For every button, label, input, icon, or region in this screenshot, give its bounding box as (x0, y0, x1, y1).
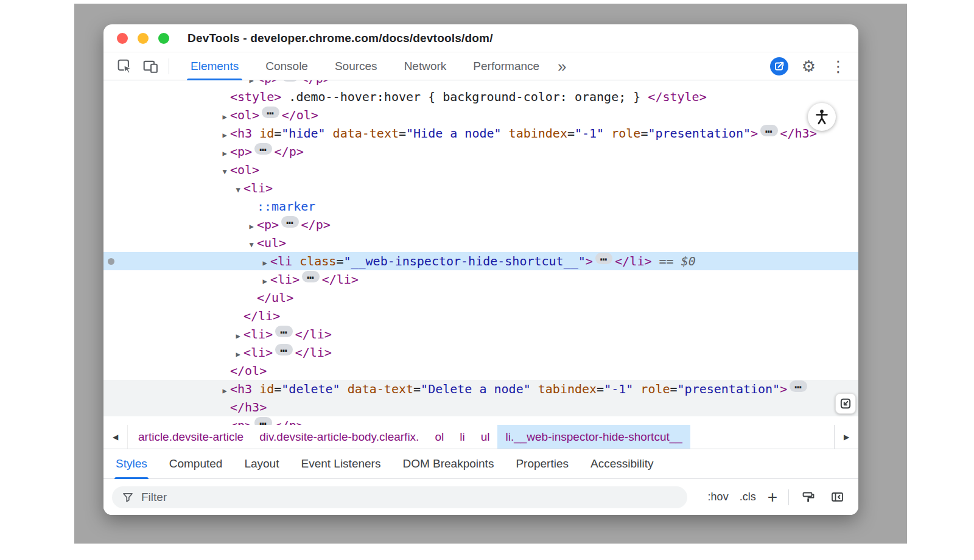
code-token-tag: > (586, 254, 593, 268)
collapsed-content-pill[interactable]: … (302, 271, 319, 282)
sidebar-tab-event-listeners[interactable]: Event Listeners (301, 449, 380, 478)
breadcrumb: article.devsite-articlediv.devsite-artic… (130, 425, 858, 449)
breadcrumb-item[interactable]: li.__web-inspector-hide-shortcut__ (497, 425, 690, 449)
close-window-button[interactable] (117, 33, 128, 44)
sidebar-tab-styles[interactable]: Styles (116, 449, 147, 478)
element-classes-button[interactable]: .cls (737, 489, 759, 505)
breadcrumb-item[interactable]: li (452, 425, 472, 449)
settings-button[interactable]: ⚙ (798, 58, 819, 74)
sidebar-tab-properties[interactable]: Properties (516, 449, 569, 478)
breadcrumb-item[interactable]: ul (473, 425, 498, 449)
code-token-tag: </ol> (282, 108, 318, 122)
styles-filter-container[interactable] (112, 486, 687, 508)
device-toolbar-button[interactable] (140, 56, 161, 77)
collapsed-content-pill[interactable]: … (595, 253, 612, 264)
dom-tree-row[interactable]: ▶<ol>…</ol> (103, 106, 858, 124)
dom-tree-row[interactable]: ▶<li>…</li> (103, 343, 858, 362)
accessibility-person-icon (813, 108, 830, 125)
code-token-val: "__web-inspector-hide-shortcut__" (343, 254, 585, 268)
more-options-button[interactable]: ⋮ (827, 58, 850, 74)
breadcrumb-scroll-left-button[interactable]: ◀ (103, 425, 128, 449)
sidebar-tab-computed[interactable]: Computed (169, 449, 223, 478)
tab-console[interactable]: Console (264, 52, 309, 80)
toolbar-divider (169, 58, 169, 74)
scroll-into-view-button[interactable] (835, 393, 856, 414)
sidebar-tab-layout[interactable]: Layout (244, 449, 279, 478)
filter-funnel-icon (122, 491, 134, 503)
styles-filter-bar: :hov .cls + (103, 479, 858, 515)
dom-tree-row[interactable]: </li> (103, 307, 858, 325)
dom-tree-row[interactable]: ▶<li>…</li> (103, 325, 858, 343)
inspect-element-button[interactable] (114, 56, 135, 77)
code-token-val: "Delete a node" (421, 382, 531, 396)
collapsed-content-pill[interactable]: … (275, 326, 292, 337)
breadcrumb-item[interactable]: div.devsite-article-body.clearfix. (251, 425, 427, 449)
expand-arrow-icon[interactable]: ▶ (219, 418, 230, 425)
minimize-window-button[interactable] (138, 33, 149, 44)
collapse-arrow-icon[interactable]: ▼ (246, 236, 257, 254)
sidebar-tab-dom-breakpoints[interactable]: DOM Breakpoints (402, 449, 494, 478)
expand-arrow-icon[interactable]: ▶ (259, 254, 270, 272)
code-token-pseudo: ::marker (257, 199, 315, 214)
tab-network[interactable]: Network (403, 52, 448, 80)
dom-tree-row[interactable]: ▶<h3 id="delete" data-text="Delete a nod… (103, 380, 858, 398)
new-style-rule-button[interactable]: + (764, 489, 781, 506)
tab-performance[interactable]: Performance (472, 52, 541, 80)
dom-tree-row[interactable]: ▶<p>…</p> (103, 142, 858, 161)
breadcrumb-item[interactable]: article.devsite-article (130, 425, 251, 449)
sidebar-tab-accessibility[interactable]: Accessibility (590, 449, 653, 478)
code-token-attr: tabindex (502, 126, 567, 141)
collapsed-content-pill[interactable]: … (790, 380, 807, 392)
rendering-emulations-button[interactable] (799, 488, 818, 507)
collapsed-content-pill[interactable]: … (281, 216, 298, 228)
tab-sources[interactable]: Sources (334, 52, 379, 80)
expand-arrow-icon[interactable]: ▶ (259, 272, 270, 290)
extension-button[interactable] (768, 55, 791, 78)
code-token-val: "-1" (575, 126, 604, 141)
expand-arrow-icon[interactable]: ▶ (219, 126, 230, 144)
dom-tree-row[interactable]: </ol> (103, 362, 858, 380)
dom-tree-row[interactable]: </ul> (103, 289, 858, 307)
code-token-tag: <ul> (257, 236, 286, 250)
collapsed-content-pill[interactable]: … (262, 107, 279, 118)
dom-tree-row[interactable]: <style> .demo--hover:hover { background-… (103, 88, 858, 106)
dom-tree-row[interactable]: ▶<li class="__web-inspector-hide-shortcu… (103, 252, 858, 270)
expand-arrow-icon[interactable]: ▶ (219, 144, 230, 163)
code-token-tag: </li> (295, 345, 332, 360)
dom-tree-row[interactable]: </h3> (103, 398, 858, 416)
dom-tree-row[interactable]: ▶<li>…</li> (103, 270, 858, 289)
accessibility-button[interactable] (808, 103, 836, 131)
sidebar-toggle-button[interactable] (828, 488, 847, 507)
collapse-arrow-icon[interactable]: ▼ (219, 163, 230, 181)
dom-tree-row[interactable]: ▼<li> (103, 179, 858, 197)
dom-tree-row[interactable]: ▼<ol> (103, 161, 858, 179)
collapsed-content-pill[interactable]: … (275, 344, 292, 355)
expand-arrow-icon[interactable]: ▶ (233, 327, 244, 345)
expand-arrow-icon[interactable]: ▶ (246, 217, 257, 236)
breadcrumb-scroll-right-button[interactable]: ▶ (834, 425, 858, 449)
code-token-tag: <h3 (230, 126, 252, 141)
code-token-txt: = (670, 382, 678, 396)
styles-filter-input[interactable] (140, 490, 678, 505)
collapsed-content-pill[interactable]: … (254, 417, 272, 425)
devtools-toolbar: ElementsConsoleSourcesNetworkPerformance… (103, 52, 858, 80)
dom-tree-row[interactable]: ▶<h3 id="hide" data-text="Hide a node" t… (103, 124, 858, 142)
code-token-txt: = (274, 382, 281, 396)
dom-tree-row[interactable]: ▶<p>…</p> (103, 80, 858, 88)
collapsed-content-pill[interactable]: … (760, 125, 777, 136)
breadcrumb-item[interactable]: ol (427, 425, 452, 449)
expand-arrow-icon[interactable]: ▶ (233, 345, 244, 363)
dom-tree-row[interactable]: ▶<p>…</p> (103, 215, 858, 234)
dom-tree-row[interactable]: ▼<ul> (103, 234, 858, 252)
expand-arrow-icon[interactable]: ▶ (219, 108, 230, 126)
zoom-window-button[interactable] (158, 33, 169, 44)
tab-elements[interactable]: Elements (189, 52, 240, 80)
expand-arrow-icon[interactable]: ▶ (219, 382, 230, 400)
collapsed-content-pill[interactable]: … (254, 143, 272, 155)
dom-tree-row[interactable]: ::marker (103, 197, 858, 215)
dom-tree-row[interactable]: ▶<p>…</p> (103, 416, 858, 425)
more-tabs-button[interactable]: » (555, 58, 569, 74)
collapsed-content-pill[interactable]: … (281, 80, 298, 82)
collapse-arrow-icon[interactable]: ▼ (233, 181, 244, 199)
toggle-element-state-button[interactable]: :hov (705, 489, 732, 505)
